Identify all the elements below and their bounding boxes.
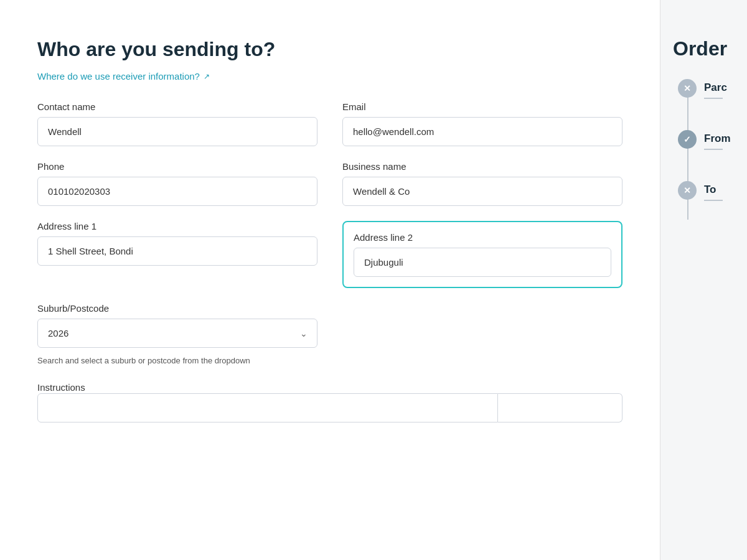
- timeline-dash-to: [704, 200, 723, 201]
- timeline-dash-parcel: [704, 98, 723, 99]
- timeline-item-parcel: ✕ Parc: [678, 79, 727, 99]
- timeline-item-from: ✓ From: [678, 130, 731, 150]
- business-name-label: Business name: [342, 161, 622, 172]
- suburb-label: Suburb/Postcode: [37, 303, 317, 314]
- instructions-input-secondary[interactable]: [498, 393, 622, 422]
- contact-name-group: Contact name: [37, 101, 317, 146]
- instructions-label: Instructions: [37, 382, 85, 393]
- phone-group: Phone: [37, 161, 317, 206]
- suburb-group: Suburb/Postcode 2026 ⌄ Search and select…: [37, 303, 317, 366]
- order-title: Order: [660, 37, 740, 60]
- address-line1-label: Address line 1: [37, 221, 317, 231]
- address-line2-label: Address line 2: [354, 232, 611, 243]
- timeline-label-parcel: Parc: [704, 79, 727, 94]
- form-grid: Contact name Email Phone Business name A…: [37, 101, 622, 366]
- contact-name-input[interactable]: [37, 117, 317, 146]
- business-name-input[interactable]: [342, 177, 622, 206]
- timeline-label-to: To: [704, 181, 723, 196]
- suburb-hint: Search and select a suburb or postcode f…: [37, 355, 317, 366]
- email-group: Email: [342, 101, 622, 146]
- address-line2-input[interactable]: [354, 248, 611, 277]
- timeline-label-from: From: [704, 130, 731, 145]
- instructions-input-primary[interactable]: [37, 393, 498, 422]
- phone-input[interactable]: [37, 177, 317, 206]
- receiver-info-link[interactable]: Where do we use receiver information? ↗: [37, 71, 210, 82]
- suburb-select[interactable]: 2026: [37, 319, 317, 348]
- timeline-circle-parcel: ✕: [678, 79, 697, 98]
- timeline-dash-from: [704, 149, 723, 150]
- timeline-item-to: ✕ To: [678, 181, 723, 201]
- instructions-input-row: [37, 393, 622, 422]
- timeline-circle-to: ✕: [678, 181, 697, 200]
- address-line1-input[interactable]: [37, 236, 317, 266]
- business-name-group: Business name: [342, 161, 622, 206]
- address-line1-group: Address line 1: [37, 221, 317, 288]
- email-label: Email: [342, 101, 622, 112]
- external-link-icon: ↗: [204, 72, 210, 81]
- suburb-select-wrapper: 2026 ⌄: [37, 319, 317, 348]
- contact-name-label: Contact name: [37, 101, 317, 112]
- page-title: Who are you sending to?: [37, 37, 622, 61]
- info-link-text: Where do we use receiver information?: [37, 71, 200, 82]
- email-input[interactable]: [342, 117, 622, 146]
- instructions-section: Instructions: [37, 382, 622, 422]
- timeline-circle-from: ✓: [678, 130, 697, 149]
- timeline: ✕ Parc ✓ From ✕ To: [660, 79, 747, 232]
- address-line2-group: Address line 2: [342, 221, 622, 288]
- phone-label: Phone: [37, 161, 317, 172]
- order-sidebar: Order ✕ Parc ✓ From ✕: [660, 0, 747, 560]
